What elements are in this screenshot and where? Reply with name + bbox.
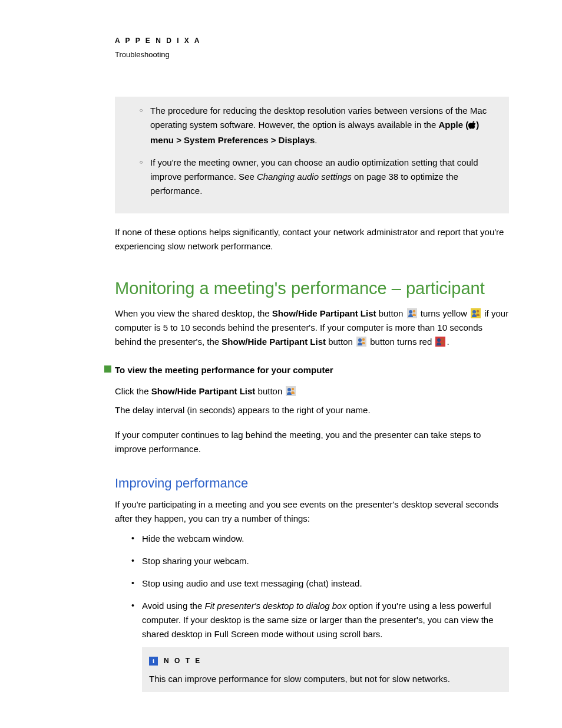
para: If you're participating in a meeting and… [115,498,509,526]
para: If your computer continues to lag behind… [115,428,509,456]
para: The delay interval (in seconds) appears … [115,403,509,417]
participant-list-yellow-icon [471,308,481,318]
task-marker-icon [104,365,111,373]
appendix-sub: Troubleshooting [115,49,509,61]
note-box: iN O T E This can improve performance fo… [142,647,509,692]
text-italic: Changing audio settings [257,172,352,182]
text: Avoid using the [142,601,204,611]
tip-item: The procedure for reducing the desktop r… [140,104,501,147]
text: button turns red [368,337,434,347]
text: When you view the shared desktop, the [115,308,272,318]
participant-list-red-icon [435,337,445,347]
svg-point-10 [437,338,441,342]
text: Click the [115,386,151,396]
note-label: N O T E [164,657,201,665]
participant-list-icon [407,308,417,318]
note-body: This can improve performance for slow co… [149,672,502,686]
text: . [447,337,449,347]
list-item: Avoid using the Fit presenter's desktop … [131,599,509,692]
text: turns yellow [418,308,470,318]
svg-point-13 [287,388,291,391]
text: button [376,308,406,318]
task-heading: To view the meeting performance for your… [104,363,509,377]
list-item: Stop sharing your webcam. [131,554,509,568]
list-item: Stop using audio and use text messaging … [131,577,509,591]
svg-point-7 [358,338,362,342]
participant-list-icon [356,337,366,347]
participant-list-icon [286,386,296,396]
text-bold: Apple ( [438,120,468,130]
para: If none of these options helps significa… [115,225,509,253]
appendix-header: A P P E N D I X A [115,35,509,47]
apple-icon [468,119,476,133]
text-bold: Show/Hide Partipant List [272,308,376,318]
svg-point-11 [441,338,444,341]
text: button [326,337,355,347]
sub-title: Improving performance [115,473,509,493]
text: button [255,386,285,396]
bullet-list: Hide the webcam window. Stop sharing you… [131,532,509,692]
text: . [315,135,317,145]
task-text: To view the meeting performance for your… [115,365,333,375]
section-title: Monitoring a meeting's performance – par… [115,275,509,302]
para: When you view the shared desktop, the Sh… [115,307,509,349]
info-icon: i [149,657,158,666]
tip-box: The procedure for reducing the desktop r… [115,97,509,213]
svg-point-2 [412,310,415,312]
svg-point-8 [362,338,365,341]
note-header: iN O T E [149,653,502,667]
para: Click the Show/Hide Partipant List butto… [115,384,509,398]
text: The procedure for reducing the desktop r… [150,106,487,130]
svg-point-5 [477,310,479,312]
text-bold: Show/Hide Partipant List [151,386,256,396]
text-italic: Fit presenter's desktop to dialog box [204,601,346,611]
svg-point-4 [472,310,476,314]
svg-point-14 [292,388,294,390]
text-bold: Show/Hide Partipant List [222,337,326,347]
list-item: Hide the webcam window. [131,532,509,546]
svg-point-1 [409,310,412,314]
tip-item: If you're the meeting owner, you can cho… [140,156,501,198]
